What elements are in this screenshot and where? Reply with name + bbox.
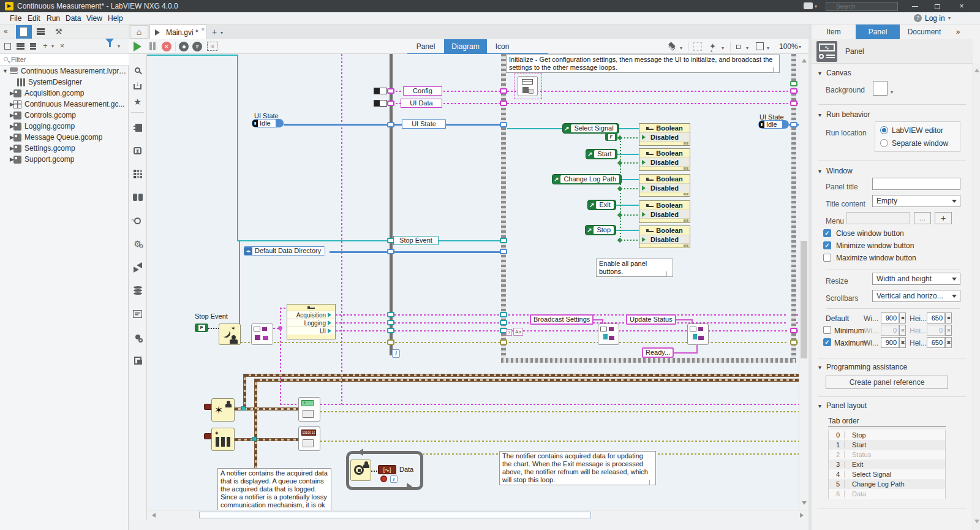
- tree-item-application[interactable]: ▶ Continuous Measurement.gc...: [0, 99, 129, 110]
- tunnel[interactable]: [790, 81, 797, 86]
- expander-open-icon[interactable]: ▼: [0, 68, 6, 74]
- checkbox-close-window[interactable]: [823, 229, 831, 237]
- boolean-property-node[interactable]: BooleanDisabled: [639, 123, 690, 146]
- tunnel[interactable]: [500, 88, 507, 94]
- tab-diagram[interactable]: Diagram: [444, 39, 487, 54]
- palette-import-icon[interactable]: ↓: [129, 79, 146, 94]
- tunnel[interactable]: [387, 88, 394, 94]
- wire[interactable]: [243, 374, 246, 409]
- stop-condition-icon[interactable]: [380, 475, 387, 482]
- section-canvas[interactable]: Canvas: [818, 69, 851, 77]
- tab-icon[interactable]: Icon: [487, 39, 518, 54]
- create-panel-reference-button[interactable]: Create panel reference: [826, 376, 948, 389]
- tab-order-row[interactable]: 3Exit: [828, 460, 946, 469]
- arrange-dropdown-icon[interactable]: ▾: [746, 45, 748, 51]
- maximum-height-input[interactable]: 650: [927, 337, 945, 348]
- close-button[interactable]: ×: [951, 0, 973, 12]
- maximum-height-spinner[interactable]: [945, 337, 952, 348]
- event-start[interactable]: ↗Start: [586, 149, 617, 159]
- message-loop-vi[interactable]: [251, 324, 273, 345]
- tree-item-messagequeue[interactable]: ▶ Message Queue.gcomp: [0, 132, 129, 143]
- wire[interactable]: [621, 214, 639, 216]
- message-loop-vi[interactable]: [598, 324, 619, 345]
- wire[interactable]: [696, 344, 698, 354]
- scroll-left-icon[interactable]: [149, 513, 156, 518]
- zoom-dropdown-icon[interactable]: ▾: [799, 44, 801, 50]
- canvas-vertical-scrollbar[interactable]: [799, 54, 809, 510]
- wire[interactable]: [507, 128, 564, 129]
- wire[interactable]: [256, 379, 799, 382]
- arrange-icon[interactable]: [736, 42, 741, 51]
- tunnel[interactable]: [500, 249, 507, 254]
- tab-order-row[interactable]: 5Change Log Path: [828, 479, 946, 489]
- diagram-canvas[interactable]: ? Aa Config UI Data UI State Stop Event …: [147, 54, 799, 510]
- wire[interactable]: [673, 319, 693, 320]
- false-constant[interactable]: F: [195, 324, 208, 332]
- layers-icon[interactable]: [669, 42, 675, 48]
- expander-closed-icon[interactable]: ▶: [0, 90, 10, 96]
- create-event-node[interactable]: ✶: [219, 324, 241, 345]
- ui-state-constant[interactable]: ▮Idle: [252, 119, 284, 127]
- tunnel[interactable]: [790, 339, 797, 345]
- expander-closed-icon[interactable]: ▶: [0, 134, 10, 140]
- tunnel[interactable]: [500, 122, 507, 127]
- tunnel[interactable]: [790, 100, 797, 106]
- tab-order-row[interactable]: 1Start: [828, 440, 946, 450]
- tunnel[interactable]: [387, 312, 394, 317]
- config-terminal[interactable]: [374, 88, 387, 94]
- wait-notification-node[interactable]: [350, 460, 371, 481]
- wire[interactable]: [330, 251, 502, 253]
- wire[interactable]: [208, 328, 219, 329]
- wire[interactable]: [245, 374, 799, 377]
- filter-funnel-icon[interactable]: [105, 39, 114, 52]
- string-constant-update-status[interactable]: Update Status: [626, 314, 676, 325]
- wire[interactable]: [320, 404, 799, 405]
- new-tab-button[interactable]: +: [212, 27, 217, 37]
- scroll-thumb[interactable]: [199, 512, 591, 518]
- tab-document[interactable]: Document: [900, 25, 949, 39]
- radio-labview-editor[interactable]: [880, 126, 888, 134]
- info-icon[interactable]: i: [392, 349, 400, 358]
- tunnel[interactable]: [387, 328, 394, 333]
- tab-order-row[interactable]: 4Select Signal: [828, 469, 946, 479]
- tree-item-systemdesigner[interactable]: SystemDesigner: [0, 77, 129, 88]
- wire[interactable]: [708, 330, 788, 331]
- menu-add-button[interactable]: +: [935, 212, 952, 224]
- boolean-property-node[interactable]: BooleanDisabled: [639, 174, 690, 197]
- add-item-icon[interactable]: +: [43, 41, 48, 50]
- maximum-width-input[interactable]: 900: [881, 337, 899, 348]
- wire[interactable]: [621, 137, 639, 138]
- palette-probe-icon[interactable]: ∿: [129, 213, 146, 228]
- wire[interactable]: [320, 441, 799, 442]
- tunnel[interactable]: [500, 238, 507, 243]
- display-data-vi[interactable]: +: [298, 397, 320, 422]
- collapse-panel-icon[interactable]: «: [4, 27, 8, 36]
- tree-item-project[interactable]: ▼ Continuous Measurement.lvproj...: [0, 66, 129, 77]
- comment-initialize[interactable]: Initialize - Get configuration settings,…: [506, 55, 780, 73]
- wire-label-ui-data[interactable]: UI Data: [401, 99, 442, 108]
- tab-order-row[interactable]: 2Status: [828, 450, 946, 460]
- main-gvi-tab[interactable]: Main.gvi * ×: [149, 25, 207, 39]
- breakpoint-icon[interactable]: #: [192, 42, 202, 51]
- palette-panels-icon[interactable]: [129, 353, 146, 368]
- scan-view-icon[interactable]: ılı: [207, 42, 217, 51]
- create-notifier-node[interactable]: ✶: [211, 398, 235, 422]
- default-height-input[interactable]: 650: [927, 312, 945, 324]
- wire[interactable]: [280, 308, 281, 404]
- tunnel[interactable]: [387, 249, 394, 254]
- add-item-dropdown-icon[interactable]: ▾: [51, 44, 54, 49]
- collapse-list-icon[interactable]: [30, 43, 36, 50]
- default-width-spinner[interactable]: [899, 312, 906, 324]
- tunnel[interactable]: [387, 320, 394, 325]
- false-constant[interactable]: F: [605, 133, 617, 141]
- scroll-up-icon[interactable]: [974, 66, 979, 72]
- structure-border-right[interactable]: [791, 54, 796, 359]
- wire[interactable]: [621, 188, 639, 189]
- palette-settings-icon[interactable]: ⚙⚙: [129, 237, 146, 251]
- wire-label-config[interactable]: Config: [403, 86, 442, 96]
- scroll-down-icon[interactable]: [802, 501, 807, 507]
- message-queues-cluster[interactable]: Acquisition Logging UI: [287, 304, 336, 339]
- info-icon[interactable]: i: [390, 475, 398, 483]
- log-data-vi[interactable]: 10100 10: [298, 426, 320, 451]
- palette-search-icon[interactable]: [129, 62, 146, 77]
